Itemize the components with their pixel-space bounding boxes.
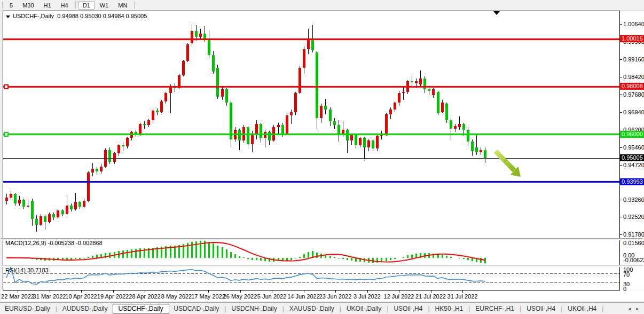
chart-shift-marker-icon[interactable] — [493, 11, 500, 15]
chart-ohlc-values: 0.94988 0.95030 0.94984 0.95005 — [57, 13, 147, 19]
date-tick-mark — [240, 291, 241, 293]
price-tick-label: 0.98420 — [623, 74, 644, 80]
timeframe-button-m30[interactable]: M30 — [18, 1, 38, 10]
price-level-badge: 0.95005 — [620, 154, 644, 161]
toolbar-separator — [134, 2, 135, 9]
date-tick-mark — [367, 291, 368, 293]
price-level-badge: 0.96000 — [620, 131, 644, 138]
macd-axis-min: -0.00623 — [623, 257, 644, 263]
macd-axis-max: 0.015605 — [623, 240, 644, 246]
chart-title: USDCHF-,Daily 0.94988 0.95030 0.94984 0.… — [6, 13, 147, 19]
date-tick-mark — [272, 291, 272, 293]
date-tick-mark — [81, 291, 82, 293]
price-tick-mark — [620, 24, 622, 25]
macd-pane-separator[interactable] — [1, 238, 643, 240]
macd-indicator-title: MACD(12,26,9) -0.005238 -0.002868 — [5, 240, 103, 246]
date-tick-mark — [208, 291, 209, 293]
price-axis — [620, 11, 644, 290]
rsi-indicator-title: RSI(14) 30.7183 — [5, 267, 49, 273]
date-tick-mark — [145, 291, 145, 293]
date-tick-mark — [177, 291, 177, 293]
tab-separator: | — [601, 305, 604, 312]
chart-tab-usoil-h4[interactable]: USOil-,H4 — [389, 304, 427, 313]
mt4-window: 5M30H1H4D1W1MN USDCHF-,Daily 0.94988 0.9… — [0, 0, 644, 314]
chart-tab-usdchf-daily[interactable]: USDCHF-,Daily — [113, 304, 169, 313]
price-tick-mark — [620, 200, 622, 200]
chart-tab-ukoil-daily[interactable]: UKOil-,Daily — [342, 304, 386, 313]
date-tick-mark — [399, 291, 399, 293]
price-tick-mark — [620, 130, 622, 130]
rsi-pane-separator[interactable] — [1, 265, 643, 267]
symbol-tabbar: EURUSD-,Daily|AUDUSD-,DailyUSDCHF-,Daily… — [0, 302, 644, 314]
chart-tab-hk50-h1[interactable]: HK50-,H1 — [430, 304, 468, 313]
chart-tab-eurusd-daily[interactable]: EURUSD-,Daily — [0, 304, 55, 313]
toolbar-separator — [75, 2, 76, 9]
timeframe-button-h4[interactable]: H4 — [57, 1, 73, 10]
price-tick-label: 1.00640 — [623, 21, 644, 27]
price-tick-label: 0.97680 — [623, 91, 644, 98]
price-tick-mark — [620, 165, 622, 166]
price-tick-label: 0.92520 — [623, 214, 644, 220]
price-tick-mark — [620, 234, 622, 235]
date-tick-mark — [304, 291, 304, 293]
chart-plot-area[interactable] — [3, 11, 619, 290]
price-tick-label: 0.91780 — [623, 231, 644, 238]
chart-symbol-label: USDCHF-,Daily — [13, 13, 54, 19]
chart-tab-usdcad-daily[interactable]: USDCAD-,Daily — [169, 304, 224, 313]
price-level-badge: 0.93993 — [620, 178, 644, 185]
price-tick-mark — [620, 59, 622, 60]
chart-tab-audusd-daily[interactable]: AUDUSD-,Daily — [58, 304, 113, 313]
price-level-badge: 0.98008 — [620, 83, 644, 90]
chart-tab-eurchf-h1[interactable]: EURCHF-,H1 — [470, 304, 519, 313]
chart-tab-usoil-h4[interactable]: USOil-,H4 — [522, 304, 560, 313]
timeframe-button-d1[interactable]: D1 — [78, 1, 95, 10]
price-tick-mark — [620, 77, 622, 77]
timeframe-toolbar: 5M30H1H4D1W1MN — [0, 0, 644, 11]
timeframe-button-w1[interactable]: W1 — [96, 1, 113, 10]
date-tick-mark — [431, 291, 431, 293]
date-tick-mark — [113, 291, 114, 293]
rsi-axis-label: 0 — [623, 286, 626, 292]
rsi-axis-label: 70 — [623, 271, 630, 278]
price-tick-label: 0.99160 — [623, 56, 644, 62]
tab-scroll-arrows[interactable]: ◂ ▸ — [628, 306, 641, 311]
price-tick-mark — [620, 95, 622, 95]
price-tick-mark — [620, 217, 622, 217]
price-tick-label: 0.94720 — [623, 162, 644, 168]
timeframe-button-mn[interactable]: MN — [114, 1, 131, 10]
date-tick-label: 31 Jul 2022 — [438, 293, 486, 300]
price-level-badge: 1.00015 — [620, 35, 644, 42]
symbol-dropdown-icon[interactable] — [6, 15, 10, 18]
timeframe-button-h1[interactable]: H1 — [40, 1, 56, 10]
date-tick-mark — [335, 291, 336, 293]
date-tick-mark — [18, 291, 18, 293]
price-tick-mark — [620, 147, 622, 148]
date-tick-mark — [462, 291, 463, 293]
price-tick-label: 0.93260 — [623, 197, 644, 203]
chart-tab-usdcnh-daily[interactable]: USDCNH-,Daily — [226, 304, 281, 313]
price-tick-label: 0.95460 — [623, 144, 644, 151]
timeframe-button-5[interactable]: 5 — [5, 1, 17, 10]
chart-tab-ukoil-h4[interactable]: UKOil-,H4 — [563, 304, 601, 313]
price-tick-label: 0.96940 — [623, 109, 644, 115]
price-tick-mark — [620, 112, 622, 113]
date-tick-mark — [50, 291, 50, 293]
chart-tab-xauusd-daily[interactable]: XAUUSD-,Daily — [285, 304, 339, 313]
